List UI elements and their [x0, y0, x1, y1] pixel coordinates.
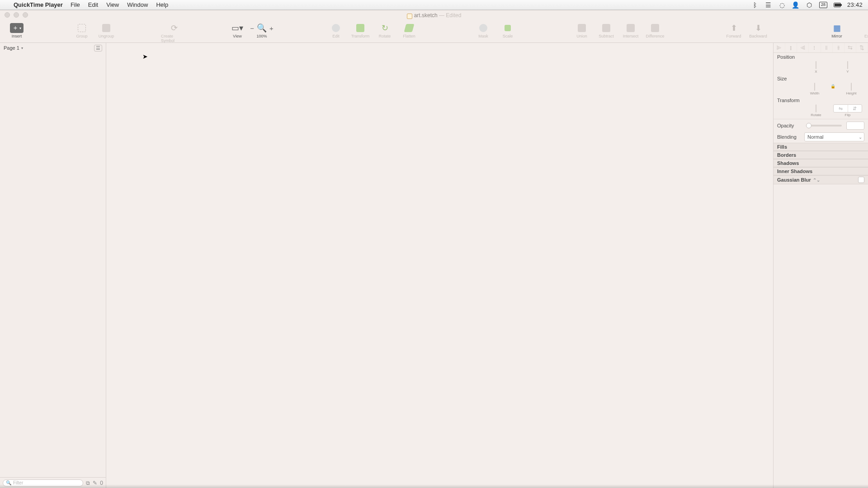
sync-circle-icon[interactable]: ◌ [778, 1, 786, 9]
user-icon[interactable]: 👤 [792, 1, 799, 9]
artboard-icon: ▭▾ [231, 24, 243, 32]
mask-icon [479, 24, 487, 32]
main-split: Page 1 ▾ ☰ 🔍 Filter ⧉ ✎ 0 ➤ ⫸ ⫿ [0, 43, 868, 488]
inspector-panel: ⫸ ⫿ ⫷ ⫶ ⫴ ⫵ ⇆ ⇅ Position X Y Size Width [773, 43, 868, 488]
toolbar-transform[interactable]: Transform [350, 22, 371, 38]
sketch-window: art.sketch — Edited ＋▾ Insert Group Ungr… [0, 10, 868, 488]
flip-v-icon[interactable]: ⇵ [848, 105, 862, 112]
toolbar-mirror[interactable]: ▦Mirror [826, 22, 847, 38]
toolbar-mask[interactable]: Mask [473, 22, 494, 38]
layers-sidebar: Page 1 ▾ ☰ 🔍 Filter ⧉ ✎ 0 [0, 43, 106, 488]
flatten-icon [404, 24, 415, 32]
layers-list[interactable] [0, 53, 106, 477]
edit-icon [332, 24, 340, 32]
magnifier-icon: 🔍 [257, 24, 267, 32]
distribute-v-icon[interactable]: ⇅ [856, 43, 868, 52]
width-sublabel: Width [810, 91, 819, 95]
distribute-h-icon[interactable]: ⇆ [844, 43, 856, 52]
flip-h-icon[interactable]: ⇋ [834, 105, 848, 112]
position-x-sublabel: X [815, 70, 817, 74]
group-icon [78, 24, 86, 32]
align-top-icon[interactable]: ⫶ [809, 43, 821, 52]
section-shadows[interactable]: Shadows [774, 159, 868, 167]
toolbar-forward[interactable]: ⬆Forward [723, 22, 744, 38]
position-x-input[interactable] [816, 61, 816, 69]
blending-value: Normal [807, 134, 823, 140]
battery-icon[interactable] [834, 1, 841, 9]
opacity-input[interactable] [846, 122, 864, 130]
app-menu[interactable]: QuickTime Player [10, 1, 66, 8]
document-icon [407, 14, 412, 19]
section-gaussian-blur[interactable]: Gaussian Blur ⌃⌄ [774, 175, 868, 184]
toolbar-zoom[interactable]: − 🔍 + 100% [251, 22, 272, 38]
backward-icon: ⬇ [755, 24, 762, 32]
position-label: Position [777, 54, 802, 60]
toolbar-export[interactable]: ⇪Export [860, 22, 868, 38]
blending-label: Blending [777, 134, 802, 140]
section-inner-shadows[interactable]: Inner Shadows [774, 167, 868, 175]
height-sublabel: Height [846, 91, 856, 95]
page-label: Page 1 [4, 45, 19, 51]
menu-clock[interactable]: 23:42 [847, 1, 863, 8]
toolbar-edit[interactable]: Edit [326, 22, 346, 38]
intersect-icon [627, 24, 635, 32]
toolbar-scale[interactable]: Scale [497, 22, 518, 38]
section-borders[interactable]: Borders [774, 151, 868, 159]
toolbar-ungroup[interactable]: Ungroup [96, 22, 117, 38]
toolbar-insert[interactable]: ＋▾ Insert [6, 22, 27, 38]
window-traffic-lights[interactable] [5, 12, 28, 18]
rotate-icon: ↻ [382, 24, 388, 32]
toolbar-backward[interactable]: ⬇Backward [748, 22, 769, 38]
toolbar-difference[interactable]: Difference [645, 22, 665, 38]
align-left-icon[interactable]: ⫸ [774, 43, 785, 52]
align-vcenter-icon[interactable]: ⫴ [821, 43, 833, 52]
position-y-input[interactable] [847, 61, 848, 69]
align-right-icon[interactable]: ⫷ [797, 43, 809, 52]
menu-help[interactable]: Help [152, 1, 172, 8]
transform-icon [356, 24, 364, 32]
zoom-out-icon[interactable]: − [250, 24, 254, 32]
toolbar-subtract[interactable]: Subtract [596, 22, 617, 38]
blending-select[interactable]: Normal ⌄ [804, 132, 864, 141]
toolbar-group[interactable]: Group [71, 22, 92, 38]
transform-label: Transform [777, 98, 802, 103]
position-y-sublabel: Y [846, 70, 849, 74]
menubar-extras: ᛒ ☰ ◌ 👤 ⬡ 28 23:42 [751, 1, 864, 9]
menu-edit[interactable]: Edit [84, 1, 102, 8]
size-lock-icon[interactable]: 🔒 [830, 83, 835, 95]
menu-view[interactable]: View [102, 1, 123, 8]
align-hcenter-icon[interactable]: ⫿ [785, 43, 797, 52]
blur-stepper-icon[interactable]: ⌃⌄ [813, 178, 820, 183]
calendar-icon[interactable]: 28 [819, 2, 827, 8]
macos-menubar: QuickTime Player File Edit View Window H… [0, 0, 868, 10]
canvas[interactable]: ➤ [106, 43, 773, 488]
gaussian-enable-checkbox[interactable] [858, 177, 864, 183]
menu-file[interactable]: File [66, 1, 84, 8]
align-bottom-icon[interactable]: ⫵ [833, 43, 844, 52]
toolbar-flatten[interactable]: Flatten [399, 22, 420, 38]
toolbar-view[interactable]: ▭▾ View [227, 22, 248, 38]
zoom-in-icon[interactable]: + [269, 24, 274, 32]
page-selector[interactable]: Page 1 ▾ ☰ [0, 43, 106, 53]
document-edited-indicator: — Edited [439, 12, 461, 19]
opacity-slider[interactable] [806, 125, 842, 127]
menu-list-icon[interactable]: ☰ [765, 1, 772, 9]
toolbar-union[interactable]: Union [571, 22, 592, 38]
document-title: art.sketch [414, 12, 438, 19]
toolbar-create-symbol[interactable]: ⟳ Create Symbol [161, 22, 187, 43]
width-input[interactable] [814, 83, 815, 91]
section-fills[interactable]: Fills [774, 143, 868, 151]
bluetooth-icon[interactable]: ᛒ [751, 1, 759, 9]
toolbar-rotate[interactable]: ↻Rotate [374, 22, 395, 38]
opacity-label: Opacity [777, 123, 802, 128]
window-titlebar: art.sketch — Edited [0, 10, 868, 20]
dropbox-icon[interactable]: ⬡ [806, 1, 813, 9]
page-list-icon[interactable]: ☰ [94, 45, 102, 52]
symbol-icon: ⟳ [171, 24, 178, 32]
rotate-input[interactable] [816, 104, 816, 113]
toolbar: ＋▾ Insert Group Ungroup ⟳ Create Symbol … [0, 20, 868, 43]
menu-window[interactable]: Window [123, 1, 152, 8]
height-input[interactable] [851, 83, 852, 91]
flip-segmented[interactable]: ⇋⇵ [833, 104, 862, 113]
toolbar-intersect[interactable]: Intersect [620, 22, 641, 38]
